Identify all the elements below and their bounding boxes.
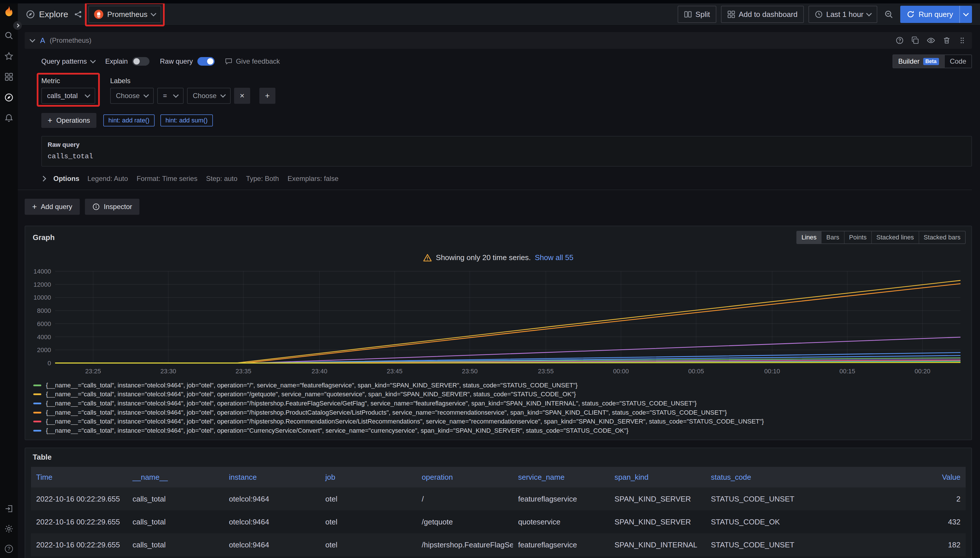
svg-text:23:35: 23:35: [235, 368, 251, 375]
graph-mode-stacked-lines[interactable]: Stacked lines: [871, 231, 919, 243]
table-cell: otelcol:9464: [224, 533, 320, 556]
table-cell: /hipstershop.ProductCatalogS...: [416, 556, 513, 558]
table-cell: otelcol:9464: [224, 510, 320, 533]
remove-label-icon[interactable]: ×: [234, 88, 250, 104]
legend-series-swatch: [33, 394, 41, 395]
chevron-down-icon: [151, 11, 156, 16]
table-header-cell[interactable]: span_kind: [609, 467, 706, 487]
graph-mode-bars[interactable]: Bars: [821, 231, 844, 243]
info-circle-icon: [92, 203, 100, 210]
legend-item[interactable]: {__name__="calls_total", instance="otelc…: [31, 381, 966, 390]
starred-icon[interactable]: [4, 52, 13, 61]
table-header-cell[interactable]: __name__: [127, 467, 224, 487]
legend-item[interactable]: {__name__="calls_total", instance="otelc…: [31, 426, 966, 435]
add-query-button[interactable]: + Add query: [25, 199, 80, 215]
query-hint-chip[interactable]: hint: add rate(): [103, 115, 155, 126]
label-key-placeholder: Choose: [116, 92, 140, 100]
legend-series-swatch: [33, 412, 41, 414]
table-header-cell[interactable]: status_code: [706, 467, 802, 487]
split-button[interactable]: Split: [677, 6, 716, 23]
graph-canvas[interactable]: 0200040006000800010000120001400023:2523:…: [31, 268, 966, 378]
add-to-dashboard-button[interactable]: Add to dashboard: [721, 6, 804, 23]
inspector-button[interactable]: Inspector: [85, 199, 140, 215]
query-hint-chip[interactable]: hint: add sum(): [160, 115, 213, 126]
table-cell: 2022-10-16 00:22:29.655: [31, 533, 127, 556]
sidebar: ?: [0, 0, 18, 558]
help-icon[interactable]: ?: [4, 544, 13, 553]
label-operator-select[interactable]: =: [157, 88, 184, 104]
alerting-bell-icon[interactable]: [4, 113, 13, 123]
window-top-strip: [0, 0, 980, 3]
table-header-cell[interactable]: job: [320, 467, 416, 487]
explain-toggle[interactable]: [132, 57, 150, 66]
table-header-cell[interactable]: Time: [31, 467, 127, 487]
table-cell: 2: [802, 487, 966, 510]
label-operator-value: =: [163, 92, 167, 100]
svg-text:23:55: 23:55: [538, 368, 554, 375]
add-label-icon[interactable]: +: [259, 88, 275, 104]
remove-query-trash-icon[interactable]: [943, 36, 951, 44]
share-link-icon[interactable]: [74, 10, 82, 18]
inspector-label: Inspector: [104, 203, 132, 211]
legend-item[interactable]: {__name__="calls_total", instance="otelc…: [31, 399, 966, 408]
query-patterns-label: Query patterns: [41, 57, 87, 66]
option-summary-item: Exemplars: false: [288, 175, 338, 183]
svg-text:00:05: 00:05: [688, 368, 704, 375]
sign-in-icon[interactable]: [4, 504, 13, 513]
dashboards-icon[interactable]: [4, 72, 13, 81]
raw-query-preview: Raw query calls_total: [41, 136, 972, 167]
builder-tab[interactable]: Builder Beta: [893, 55, 944, 68]
table-cell: 432: [802, 510, 966, 533]
query-help-icon[interactable]: [896, 36, 904, 44]
table-cell: otelcol:9464: [224, 487, 320, 510]
table-header-row: Time__name__instancejoboperationservice_…: [31, 467, 966, 487]
label-value-select[interactable]: Choose: [187, 88, 231, 104]
sidebar-expand-button[interactable]: [13, 21, 22, 30]
duplicate-query-icon[interactable]: [911, 36, 919, 44]
table-cell: recommendationservice: [513, 556, 609, 558]
legend-item[interactable]: {__name__="calls_total", instance="otelc…: [31, 417, 966, 426]
time-range-picker[interactable]: Last 1 hour: [809, 6, 877, 23]
code-tab[interactable]: Code: [944, 55, 972, 68]
table-header-cell[interactable]: operation: [416, 467, 513, 487]
label-key-select[interactable]: Choose: [110, 88, 154, 104]
table-header-cell[interactable]: service_name: [513, 467, 609, 487]
query-options-row[interactable]: Options Legend: AutoFormat: Time seriesS…: [41, 170, 972, 187]
settings-gear-icon[interactable]: [4, 524, 13, 533]
clock-icon: [815, 10, 823, 18]
run-query-button[interactable]: Run query: [900, 6, 972, 23]
disable-query-eye-icon[interactable]: [927, 36, 935, 45]
metric-select[interactable]: calls_total: [41, 88, 95, 104]
page-title: Explore: [26, 10, 68, 19]
chevron-down-icon: [143, 92, 149, 98]
option-summary-item: Format: Time series: [136, 175, 197, 183]
search-icon[interactable]: [4, 31, 13, 40]
svg-text:23:45: 23:45: [387, 368, 403, 375]
drag-handle-icon[interactable]: [958, 36, 966, 44]
graph-mode-lines[interactable]: Lines: [797, 231, 821, 243]
series-limit-text: Showing only 20 time series.: [436, 253, 531, 262]
legend-item[interactable]: {__name__="calls_total", instance="otelc…: [31, 408, 966, 417]
raw-query-toggle[interactable]: [197, 57, 215, 66]
svg-text:00:15: 00:15: [839, 368, 855, 375]
table-header-cell[interactable]: Value: [802, 467, 966, 487]
table-panel: Table Time__name__instancejoboperationse…: [25, 448, 972, 558]
graph-mode-stacked-bars[interactable]: Stacked bars: [919, 231, 965, 243]
legend-item[interactable]: {__name__="calls_total", instance="otelc…: [31, 390, 966, 399]
give-feedback-link[interactable]: Give feedback: [225, 57, 280, 66]
collapse-chevron-icon[interactable]: [30, 37, 35, 43]
query-patterns-dropdown[interactable]: Query patterns: [41, 57, 95, 66]
option-summary-item: Type: Both: [246, 175, 279, 183]
datasource-picker[interactable]: Prometheus: [88, 6, 161, 23]
run-query-dropdown[interactable]: [959, 6, 972, 23]
legend-series-label: {__name__="calls_total", instance="otelc…: [46, 391, 576, 398]
grafana-logo-icon[interactable]: [3, 5, 15, 19]
show-all-series-link[interactable]: Show all 55: [535, 253, 573, 262]
raw-query-preview-value: calls_total: [48, 153, 966, 160]
add-operations-button[interactable]: + Operations: [41, 113, 96, 128]
table-header-cell[interactable]: instance: [224, 467, 320, 487]
explore-icon[interactable]: [4, 93, 13, 102]
graph-mode-points[interactable]: Points: [844, 231, 871, 243]
zoom-out-time-icon[interactable]: [882, 7, 896, 21]
chevron-down-icon: [866, 11, 872, 16]
